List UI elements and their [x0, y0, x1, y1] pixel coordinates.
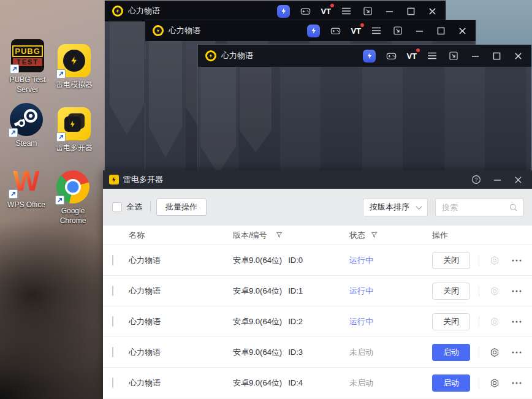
header-status: 状态	[349, 230, 432, 241]
manager-titlebar[interactable]: 雷电多开器 ?	[103, 170, 532, 189]
row-checkbox[interactable]	[112, 347, 113, 357]
window-title: 心力物语	[169, 25, 200, 36]
more-options-icon[interactable]	[511, 259, 522, 262]
boost-icon[interactable]	[363, 50, 376, 63]
vt-indicator[interactable]: VT	[406, 50, 417, 62]
gamepad-icon[interactable]	[329, 25, 341, 37]
desktop-icon-chrome[interactable]: Google Chrome	[50, 170, 96, 226]
ldplayer-icon-circle	[63, 50, 85, 72]
menu-icon[interactable]	[426, 50, 438, 62]
row-checkbox-cell	[112, 286, 129, 295]
settings-gear-icon[interactable]	[489, 286, 500, 297]
desktop-icon-steam[interactable]: Steam	[4, 103, 49, 148]
maximize-icon[interactable]	[405, 5, 417, 17]
shrink-window-icon[interactable]	[392, 25, 404, 37]
search-input[interactable]	[442, 203, 509, 212]
vt-label: VT	[406, 51, 417, 61]
instance-status: 未启动	[349, 347, 432, 358]
chrome-icon-dot	[67, 181, 79, 193]
ldplayer-logo-icon	[112, 6, 123, 17]
desktop-icon-label: 雷电模拟器	[51, 80, 97, 89]
emulator-screen[interactable]	[198, 67, 531, 171]
action-button[interactable]: 关闭	[432, 313, 470, 330]
desktop-icon-ldplayer[interactable]: 雷电模拟器	[51, 44, 97, 89]
label-line: Server	[5, 85, 50, 94]
action-cell: 启动	[432, 374, 470, 392]
instance-id: ID:4	[288, 378, 303, 387]
boost-icon[interactable]	[307, 25, 320, 37]
action-button[interactable]: 关闭	[432, 283, 470, 300]
row-checkbox[interactable]	[112, 316, 113, 327]
gamepad-icon[interactable]	[299, 5, 311, 17]
sort-dropdown[interactable]: 按版本排序	[363, 198, 428, 216]
header-version: 版本/编号	[233, 230, 349, 241]
instance-version: 安卓9.0(64位)ID:1	[233, 286, 349, 297]
maximize-icon[interactable]	[435, 25, 447, 37]
row-checkbox[interactable]	[112, 378, 113, 388]
settings-gear-icon[interactable]	[489, 255, 500, 266]
minimize-icon[interactable]	[489, 173, 505, 186]
more-options-icon[interactable]	[511, 289, 522, 293]
pubg-icon-text: PUBG	[12, 45, 43, 57]
maximize-icon[interactable]	[490, 50, 503, 62]
label-line: Google	[50, 206, 96, 216]
vt-indicator[interactable]: VT	[321, 5, 331, 17]
desktop-icon-pubg-test-server[interactable]: PUBG TEST PUBG Test Server	[5, 39, 50, 94]
filter-funnel-icon[interactable]	[276, 232, 283, 238]
settings-gear-icon[interactable]	[489, 378, 500, 389]
instance-name: 心力物语	[129, 378, 233, 389]
instance-name: 心力物语	[129, 255, 233, 266]
minimize-icon[interactable]	[469, 50, 481, 62]
vt-label: VT	[351, 26, 361, 36]
minimize-icon[interactable]	[383, 5, 395, 17]
menu-icon[interactable]	[340, 5, 352, 17]
settings-gear-icon[interactable]	[489, 316, 500, 327]
menu-icon[interactable]	[370, 25, 382, 37]
shrink-window-icon[interactable]	[362, 5, 374, 17]
more-options-icon[interactable]	[511, 381, 522, 385]
action-button[interactable]: 关闭	[432, 252, 470, 269]
instance-version: 安卓9.0(64位)ID:4	[233, 378, 349, 389]
more-options-icon[interactable]	[511, 351, 522, 354]
background-shard	[240, 67, 272, 153]
instance-name: 心力物语	[129, 347, 233, 358]
close-icon[interactable]	[510, 173, 526, 186]
header-action: 操作	[432, 230, 448, 241]
shortcut-arrow-icon	[56, 69, 66, 78]
ldplayer-logo-icon	[153, 25, 164, 36]
label-line: 雷电多开器	[51, 143, 97, 153]
version-text: 安卓9.0(64位)	[233, 316, 282, 327]
multi-opener-window: 雷电多开器 ? 全选 批量操作 按版本排序 名称	[103, 170, 532, 399]
action-button[interactable]: 启动	[432, 374, 470, 392]
settings-gear-icon[interactable]	[489, 347, 500, 358]
gamepad-icon[interactable]	[385, 50, 397, 62]
help-icon[interactable]: ?	[468, 173, 484, 186]
action-button[interactable]: 启动	[432, 344, 470, 361]
boost-icon[interactable]	[277, 5, 290, 18]
minimize-icon[interactable]	[413, 25, 425, 37]
close-icon[interactable]	[512, 50, 524, 62]
row-checkbox[interactable]	[112, 255, 113, 265]
row-checkbox-cell	[112, 317, 129, 326]
vt-alert-dot	[416, 48, 420, 52]
emulator-titlebar[interactable]: 心力物语 VT	[145, 20, 476, 41]
desktop: PUBG TEST PUBG Test Server 雷电模拟器	[0, 0, 532, 399]
desktop-icon-multi-opener[interactable]: 雷电多开器	[51, 107, 97, 153]
vt-indicator[interactable]: VT	[351, 25, 361, 37]
emulator-titlebar[interactable]: 心力物语 VT	[198, 45, 531, 67]
label-line: 雷电模拟器	[51, 80, 97, 89]
close-icon[interactable]	[456, 25, 468, 37]
select-all-checkbox[interactable]	[112, 202, 122, 212]
more-options-icon[interactable]	[511, 320, 522, 324]
row-checkbox[interactable]	[112, 286, 113, 296]
filter-funnel-icon[interactable]	[371, 232, 378, 238]
bulk-action-button[interactable]: 批量操作	[156, 199, 207, 216]
instance-list: 心力物语 安卓9.0(64位)ID:0 运行中 关闭 心力物语 安卓9.0(64…	[103, 245, 532, 399]
toolbar-divider	[150, 202, 151, 213]
desktop-icon-wps[interactable]: W WPS Office	[4, 164, 49, 210]
shrink-window-icon[interactable]	[447, 50, 460, 62]
close-icon[interactable]	[426, 5, 438, 17]
instance-version: 安卓9.0(64位)ID:0	[233, 255, 349, 266]
emulator-titlebar[interactable]: 心力物语 VT	[105, 1, 446, 21]
row-divider	[479, 316, 479, 327]
